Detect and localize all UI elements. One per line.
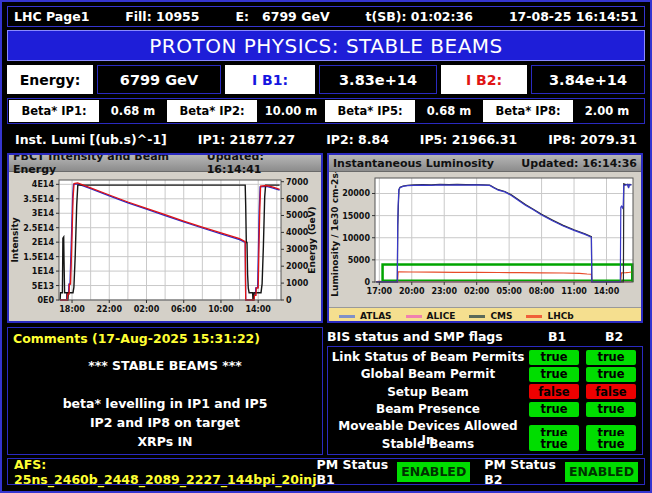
svg-text:22:00: 22:00 xyxy=(97,305,123,314)
legend-dash xyxy=(406,315,422,318)
beta-ip2-value: 10.00 m xyxy=(257,100,325,122)
bis-row-label: Setup Beam xyxy=(330,385,526,399)
legend-dash xyxy=(469,315,485,318)
svg-text:4000: 4000 xyxy=(286,228,309,237)
bis-row: Moveable Devices Allowed Intruetrue xyxy=(330,419,640,435)
inst-lumi-ip5: IP5: 21966.31 xyxy=(420,132,518,147)
svg-text:0: 0 xyxy=(364,278,370,287)
svg-text:14:00: 14:00 xyxy=(594,287,620,296)
bis-flag-b2: true xyxy=(586,350,636,365)
bis-flag-b2: true xyxy=(586,402,636,417)
bis-row-label: Global Beam Permit xyxy=(330,367,526,381)
intensity-b2-value: 3.84e+14 xyxy=(531,65,645,94)
page-title: PROTON PHYSICS: STABLE BEAMS xyxy=(7,30,645,61)
legend-item-cms: CMS xyxy=(469,311,512,321)
energy-value: 6799 GeV xyxy=(97,65,221,94)
fbct-chart-panel: FBCT Intensity and Beam Energy Updated: … xyxy=(7,153,323,323)
beam-energy: E: 6799 GeV xyxy=(235,9,329,24)
svg-text:Intensity: Intensity xyxy=(10,217,20,262)
svg-text:11:00: 11:00 xyxy=(561,287,587,296)
svg-text:20:00: 20:00 xyxy=(399,287,425,296)
luminosity-chart-panel: Instantaneous Luminosity Updated: 16:14:… xyxy=(327,153,643,323)
bis-flag-b2: true xyxy=(586,436,636,451)
svg-text:6000: 6000 xyxy=(286,195,309,204)
legend-dash xyxy=(339,315,355,318)
fill-number: Fill: 10955 xyxy=(125,9,199,24)
svg-text:3000: 3000 xyxy=(286,245,309,254)
svg-text:1E14: 1E14 xyxy=(32,267,55,276)
luminosity-chart-updated: Updated: 16:14:36 xyxy=(521,157,637,170)
pm-status-b2-label: PM Status B2 xyxy=(484,457,559,487)
inst-lumi-row: Inst. Lumi [(ub.s)^-1] IP1: 21877.27IP2:… xyxy=(7,127,645,151)
bis-heading: BIS status and SMP flags xyxy=(327,329,529,344)
svg-text:14:00: 14:00 xyxy=(245,305,271,314)
beta-ip1-value: 0.68 m xyxy=(99,100,167,122)
comment-line xyxy=(13,375,317,394)
charts-section: FBCT Intensity and Beam Energy Updated: … xyxy=(7,153,645,323)
bis-flag-b2: false xyxy=(586,384,636,399)
beta-star-row: Beta* IP1:0.68 mBeta* IP2:10.00 mBeta* I… xyxy=(7,98,645,124)
svg-text:18:00: 18:00 xyxy=(59,305,85,314)
svg-text:06:00: 06:00 xyxy=(171,305,197,314)
inst-lumi-ip1: IP1: 21877.27 xyxy=(198,132,296,147)
bottom-section: Comments (17-Aug-2025 15:31:22) *** STAB… xyxy=(7,327,645,454)
inst-lumi-label: Inst. Lumi [(ub.s)^-1] xyxy=(15,132,167,147)
bis-row: Global Beam Permittruetrue xyxy=(330,366,640,382)
svg-text:0: 0 xyxy=(286,296,292,305)
beta-ip4-value: 2.00 m xyxy=(573,100,641,122)
svg-text:08:00: 08:00 xyxy=(529,287,555,296)
bis-flag-b1: true xyxy=(529,367,579,382)
svg-text:3E14: 3E14 xyxy=(32,209,55,218)
lhc-page1-window: LHC Page1 Fill: 10955 E: 6799 GeV t(SB):… xyxy=(0,0,652,493)
bis-flag-b2: true xyxy=(586,367,636,382)
intensity-b1-value: 3.83e+14 xyxy=(319,65,437,94)
svg-text:1000: 1000 xyxy=(286,279,309,288)
top-status-bar: LHC Page1 Fill: 10955 E: 6799 GeV t(SB):… xyxy=(7,6,645,27)
bis-row: Setup Beamfalsefalse xyxy=(330,384,640,400)
beam-summary-row: Energy: 6799 GeV I B1: 3.83e+14 I B2: 3.… xyxy=(7,65,645,94)
beta-ip3-label: Beta* IP5: xyxy=(325,100,415,122)
bis-col-b2: B2 xyxy=(585,329,643,344)
legend-item-lhcb: LHCb xyxy=(526,311,573,321)
fbct-chart: 18:0022:0002:0006:0010:0014:000E05E131E1… xyxy=(9,172,321,323)
pm-status-b1-label: PM Status B1 xyxy=(316,457,391,487)
afs-pm-bar: AFS: 25ns_2460b_2448_2089_2227_144bpi_20… xyxy=(7,458,645,485)
bis-flags-box: Link Status of Beam PermitstruetrueGloba… xyxy=(327,346,643,455)
svg-text:3.5E14: 3.5E14 xyxy=(23,195,54,204)
comment-line: IP2 and IP8 on target xyxy=(13,413,317,432)
svg-text:02:00: 02:00 xyxy=(134,305,160,314)
svg-text:10:00: 10:00 xyxy=(208,305,234,314)
luminosity-chart: 17:0020:0023:0002:0005:0008:0011:0014:00… xyxy=(329,172,641,307)
intensity-b2-label: I B2: xyxy=(441,65,527,94)
comment-line: *** STABLE BEAMS *** xyxy=(13,356,317,375)
svg-text:20000: 20000 xyxy=(342,189,370,198)
comment-line: beta* levelling in IP1 and IP5 xyxy=(13,394,317,413)
beta-ip2-label: Beta* IP2: xyxy=(167,100,257,122)
svg-text:5000: 5000 xyxy=(348,256,371,265)
comments-body: *** STABLE BEAMS ***beta* levelling in I… xyxy=(13,356,317,451)
inst-lumi-ip8: IP8: 2079.31 xyxy=(548,132,637,147)
inst-lumi-ip2: IP2: 8.84 xyxy=(326,132,389,147)
svg-text:5000: 5000 xyxy=(286,211,309,220)
bis-row: Beam Presencetruetrue xyxy=(330,401,640,417)
svg-text:15000: 15000 xyxy=(342,212,370,221)
beta-ip1-label: Beta* IP1: xyxy=(9,100,99,122)
bis-header: BIS status and SMP flags B1 B2 xyxy=(327,327,643,346)
svg-text:2000: 2000 xyxy=(286,262,309,271)
svg-text:2E14: 2E14 xyxy=(32,238,55,247)
bis-row-label: Beam Presence xyxy=(330,402,526,416)
app-title: LHC Page1 xyxy=(14,9,89,24)
luminosity-chart-title: Instantaneous Luminosity xyxy=(333,157,494,170)
svg-text:0E0: 0E0 xyxy=(37,296,54,305)
intensity-b1-label: I B1: xyxy=(225,65,315,94)
bis-flag-b1: true xyxy=(529,402,579,417)
comments-heading: Comments (17-Aug-2025 15:31:22) xyxy=(13,331,317,346)
svg-text:10000: 10000 xyxy=(342,234,370,243)
bis-flag-b1: true xyxy=(529,436,579,451)
luminosity-chart-titlebar: Instantaneous Luminosity Updated: 16:14:… xyxy=(329,155,641,172)
bis-row: Link Status of Beam Permitstruetrue xyxy=(330,349,640,365)
svg-text:23:00: 23:00 xyxy=(431,287,457,296)
svg-text:02:00: 02:00 xyxy=(464,287,490,296)
bis-flag-b1: false xyxy=(529,384,579,399)
svg-text:1.5E14: 1.5E14 xyxy=(23,253,54,262)
